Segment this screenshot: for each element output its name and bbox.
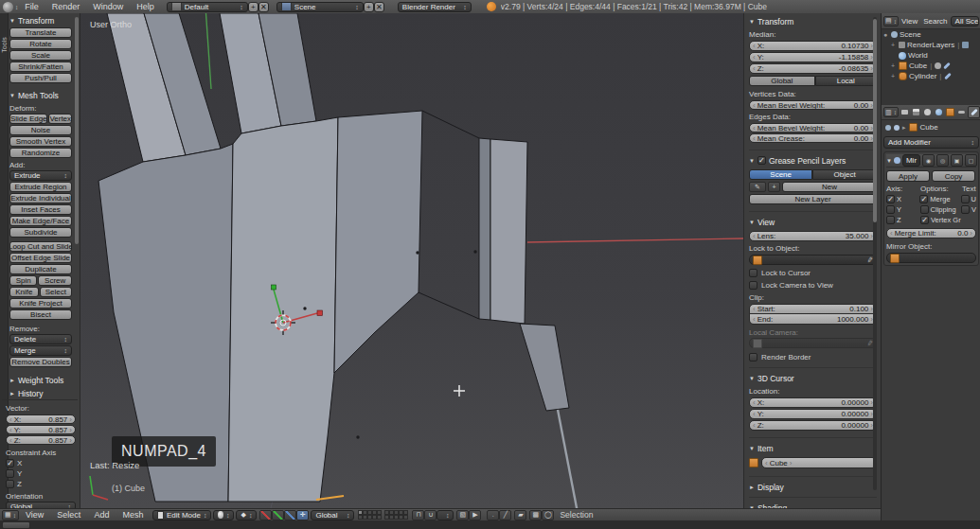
- collapsed-editor-handle[interactable]: [2, 521, 30, 529]
- panel-header-view[interactable]: ▼ View: [749, 211, 877, 229]
- merge-checkbox[interactable]: [919, 195, 928, 203]
- vector-x-field[interactable]: X: 0.857: [6, 414, 76, 424]
- render-opengl-icon[interactable]: ▧: [456, 510, 469, 520]
- close-scene-button[interactable]: ✕: [374, 2, 384, 12]
- blender-logo-icon[interactable]: [3, 2, 13, 12]
- panel-header-transform[interactable]: ▼ Transform: [749, 16, 877, 27]
- offset-edge-slide-button[interactable]: Offset Edge Slide: [9, 253, 72, 263]
- mirror-x-checkbox[interactable]: [886, 195, 895, 203]
- remove-doubles-button[interactable]: Remove Doubles: [9, 357, 72, 367]
- camera-icon[interactable]: [962, 42, 969, 48]
- add-scene-button[interactable]: +: [364, 2, 374, 12]
- proportional-edit-icon[interactable]: ◯: [542, 510, 554, 520]
- push-pull-button[interactable]: Push/Pull: [9, 73, 72, 83]
- scene-selector[interactable]: Scene: [276, 2, 364, 12]
- mirror-object-field[interactable]: [886, 253, 976, 263]
- n-panel-scrollbar[interactable]: [873, 17, 877, 490]
- constraint-y-checkbox[interactable]: [6, 469, 14, 478]
- tool-shelf-scrollbar[interactable]: [75, 17, 79, 244]
- manipulator-rotate-icon[interactable]: [272, 510, 284, 520]
- median-z-field[interactable]: Z: -0.08635: [749, 63, 877, 74]
- menu-file[interactable]: File: [18, 2, 45, 11]
- screw-button[interactable]: Screw: [38, 275, 72, 286]
- knife-select-button[interactable]: Select: [40, 287, 73, 297]
- expand-icon[interactable]: ●: [883, 31, 889, 38]
- snap-element-dropdown[interactable]: [437, 510, 454, 520]
- cursor-z-field[interactable]: Z: 0.00000: [749, 420, 877, 431]
- breadcrumb-scene-icon[interactable]: [885, 125, 891, 131]
- vp-menu-mesh[interactable]: Mesh: [116, 510, 150, 520]
- bisect-button[interactable]: Bisect: [9, 309, 72, 320]
- global-toggle-button[interactable]: Global: [749, 76, 815, 86]
- layers-widget[interactable]: [358, 510, 408, 520]
- panel-header-grease-pencil[interactable]: ▼ Grease Pencil Layers: [749, 150, 877, 168]
- scale-button[interactable]: Scale: [9, 50, 72, 61]
- add-modifier-dropdown[interactable]: Add Modifier: [883, 136, 979, 149]
- merge-menu[interactable]: Merge: [9, 345, 72, 356]
- vertex-bevel-weight-field[interactable]: Mean Bevel Weight: 0.00: [749, 100, 877, 110]
- editor-type-icon[interactable]: ▦↕: [2, 510, 19, 520]
- panel-header-transform[interactable]: ▼ Transform: [9, 15, 72, 26]
- lock-to-object-field[interactable]: ✎: [749, 255, 877, 265]
- wrench-icon[interactable]: [943, 62, 951, 70]
- occlude-geometry-icon[interactable]: ▩: [529, 510, 542, 520]
- expand-icon[interactable]: +: [891, 62, 897, 69]
- face-select-mode-icon[interactable]: ▰: [514, 510, 526, 520]
- make-edge-face-button[interactable]: Make Edge/Face: [9, 216, 72, 226]
- render-animation-icon[interactable]: ▶: [469, 510, 481, 520]
- viewport-visibility-toggle[interactable]: ◎: [936, 154, 949, 167]
- spin-button[interactable]: Spin: [9, 275, 37, 286]
- vertex-groups-checkbox[interactable]: [920, 216, 929, 224]
- median-x-field[interactable]: X: 0.10730: [749, 41, 877, 51]
- constraint-x-checkbox[interactable]: [6, 459, 14, 467]
- panel-header-3d-cursor[interactable]: ▼ 3D Cursor: [749, 367, 877, 385]
- collapse-icon[interactable]: ▼: [886, 158, 892, 164]
- expand-icon[interactable]: +: [891, 73, 897, 79]
- panel-header-item[interactable]: ▼ Item: [749, 437, 877, 455]
- tab-constraints-icon[interactable]: [956, 107, 967, 117]
- outliner-row-world[interactable]: World: [882, 50, 980, 61]
- slide-edge-button[interactable]: Slide Edge: [9, 114, 47, 124]
- outliner-menu-view[interactable]: View: [899, 17, 920, 26]
- mesh-rod[interactable]: [558, 410, 579, 508]
- local-toggle-button[interactable]: Local: [815, 76, 878, 86]
- mirror-y-checkbox[interactable]: [886, 205, 895, 214]
- expand-icon[interactable]: +: [891, 42, 897, 48]
- menu-help[interactable]: Help: [130, 2, 161, 11]
- outliner-row-renderlayers[interactable]: + RenderLayers |: [882, 40, 980, 50]
- loop-cut-button[interactable]: Loop Cut and Slide: [9, 241, 72, 252]
- outliner-row-cylinder[interactable]: + Cylinder |: [882, 71, 980, 81]
- vp-menu-select[interactable]: Select: [50, 510, 87, 520]
- median-y-field[interactable]: Y: -1.15858: [749, 52, 877, 62]
- mean-crease-field[interactable]: Mean Crease: 0.00: [749, 133, 877, 143]
- vp-menu-add[interactable]: Add: [87, 510, 116, 520]
- manipulator-translate-icon[interactable]: [259, 510, 272, 520]
- delete-menu[interactable]: Delete: [9, 334, 72, 344]
- gp-scene-tab[interactable]: Scene: [749, 169, 812, 180]
- menu-render[interactable]: Render: [45, 2, 87, 11]
- subdivide-button[interactable]: Subdivide: [9, 227, 72, 238]
- tab-world-icon[interactable]: [934, 107, 944, 117]
- cursor-x-field[interactable]: X: 0.00000: [749, 397, 877, 408]
- close-layout-button[interactable]: ✕: [258, 2, 269, 12]
- outliner-menu-search[interactable]: Search: [920, 17, 950, 26]
- wrench-icon[interactable]: [945, 73, 953, 80]
- rotate-button[interactable]: Rotate: [9, 39, 72, 49]
- screen-layout-selector[interactable]: Default: [167, 2, 248, 12]
- edge-select-mode-icon[interactable]: ╱: [499, 510, 511, 520]
- menu-window[interactable]: Window: [86, 2, 130, 11]
- transform-orientation-dropdown[interactable]: Global: [311, 510, 354, 520]
- mirror-z-checkbox[interactable]: [886, 216, 895, 224]
- mode-dropdown[interactable]: Edit Mode: [152, 510, 211, 520]
- noise-button[interactable]: Noise: [9, 125, 72, 135]
- extrude-region-button[interactable]: Extrude Region: [9, 182, 72, 192]
- edit-mode-toggle[interactable]: ▣: [951, 154, 963, 167]
- extrude-individual-button[interactable]: Extrude Individual: [9, 193, 72, 203]
- mirror-u-checkbox[interactable]: [961, 195, 970, 203]
- mirror-v-checkbox[interactable]: [961, 205, 970, 214]
- outliner-row-cube[interactable]: + Cube |: [882, 61, 980, 71]
- randomize-button[interactable]: Randomize: [9, 148, 72, 158]
- gp-object-tab[interactable]: Object: [812, 169, 877, 180]
- modifier-header[interactable]: ▼ Mir ◉ ◎ ▣ ▢: [886, 154, 976, 168]
- apply-button[interactable]: Apply: [886, 170, 930, 182]
